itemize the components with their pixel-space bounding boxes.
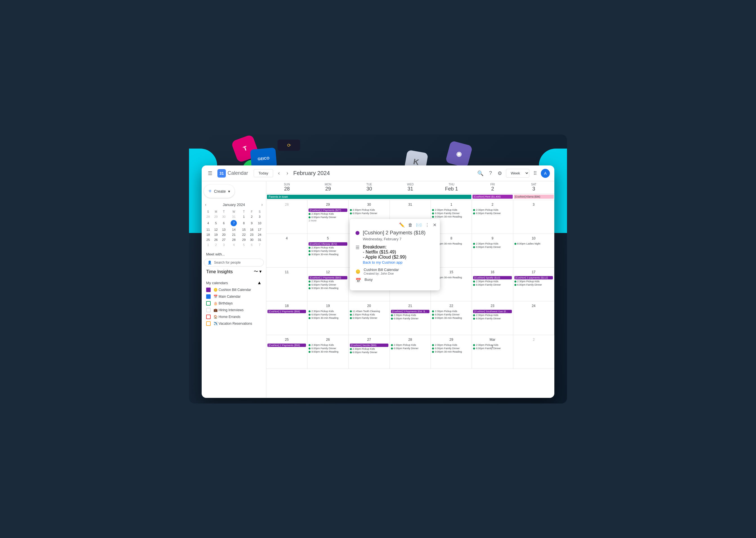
calendar-event[interactable]: [Cushion] 3 Payments (Est. $... xyxy=(391,310,429,313)
calendar-cell[interactable]: 23[Cushion] Southwest Gas (E...2:30pm Pi… xyxy=(472,301,513,335)
calendar-event[interactable]: 2:30pm Pickup Kids xyxy=(473,208,512,211)
calendar-event[interactable]: 6:00pm Family Dinner xyxy=(473,317,512,320)
calendar-event[interactable]: 6:00pm Family Dinner xyxy=(473,283,512,286)
calendar-cell[interactable]: 17[Cushion] 3 payments ($112)2:30pm Pick… xyxy=(513,268,554,301)
calendar-event[interactable]: 6:00pm Family Dinner xyxy=(432,313,471,316)
cell-date-number[interactable]: 9 xyxy=(489,235,496,242)
calendar-event[interactable]: [Cushion] Sezzle ($89) xyxy=(350,344,388,347)
view-mode-select[interactable]: Week Day Month Year xyxy=(506,169,529,178)
calendar-event[interactable]: 2:30pm Pickup Kids xyxy=(309,280,347,283)
cell-date-number[interactable]: 2 xyxy=(489,201,496,208)
calendar-cell[interactable]: 292:30pm Pickup Kids6:00pm Family Dinner… xyxy=(431,335,472,369)
calendar-event[interactable]: 2:30pm Pickup Kids xyxy=(309,344,347,347)
calendar-event[interactable]: 2:30pm Pickup Kids xyxy=(432,310,471,313)
calendar-event[interactable]: 2:30pm Pickup Kids xyxy=(514,280,553,283)
calendar-item[interactable]: 🪙 Cushion Bill Calendar xyxy=(204,287,264,293)
apps-button[interactable]: ⠿ xyxy=(531,169,538,178)
mini-cal-day[interactable]: 3 xyxy=(256,214,263,219)
calendar-event[interactable]: 6:00pm Family Dinner xyxy=(309,347,347,350)
mini-cal-day[interactable]: 2 xyxy=(212,242,220,247)
create-button[interactable]: + Create ▾ xyxy=(204,185,234,198)
mini-cal-day[interactable]: 29 xyxy=(212,214,220,219)
mini-cal-day[interactable]: 7 xyxy=(228,220,240,227)
cell-date-number[interactable]: 18 xyxy=(283,302,290,309)
mini-cal-day[interactable]: 26 xyxy=(212,238,220,242)
calendar-event[interactable]: 2:30pm Pickup Kids xyxy=(309,310,347,313)
next-month-button[interactable]: › xyxy=(285,169,290,177)
calendar-checkbox[interactable] xyxy=(206,294,211,299)
calendar-event[interactable]: 9:00pm 30-min Reading xyxy=(309,317,347,319)
calendar-event[interactable]: 2:30pm Pickup Kids xyxy=(309,212,347,215)
calendar-event[interactable]: [Cushion] 3 payments ($112) xyxy=(514,276,553,279)
mini-cal-day[interactable]: 8 xyxy=(240,220,247,227)
calendar-event[interactable]: [Cushion] Afterpay ($72) xyxy=(309,242,347,246)
calendar-event[interactable]: [Cushion] Southwest Gas (E... xyxy=(473,310,512,313)
mini-cal-day[interactable]: 23 xyxy=(248,233,255,237)
cell-date-number[interactable]: 3 xyxy=(530,201,537,208)
popup-edit-button[interactable]: ✏️ xyxy=(398,221,406,229)
calendar-item[interactable]: 📅 Main Calendar xyxy=(204,293,264,300)
calendar-cell[interactable]: 262:30pm Pickup Kids6:00pm Family Dinner… xyxy=(307,335,348,369)
calendar-event[interactable]: 2 more xyxy=(309,219,347,222)
cell-date-number[interactable]: 29 xyxy=(448,336,455,343)
cell-date-number[interactable]: 17 xyxy=(530,269,537,276)
mini-cal-day[interactable]: 29 xyxy=(240,238,247,242)
mini-cal-day[interactable]: 12 xyxy=(212,227,220,232)
calendar-event[interactable]: [Cushion] Spotify ($10) xyxy=(473,276,512,279)
calendar-item[interactable]: ✈️ Vacation Reservations xyxy=(204,320,264,327)
mini-cal-day[interactable]: 28 xyxy=(204,214,212,219)
mini-cal-day[interactable]: 1 xyxy=(204,242,212,247)
calendar-cell[interactable]: 29[Cushion] 2 Payments ($27)2:30pm Picku… xyxy=(307,200,348,234)
cell-date-number[interactable]: 16 xyxy=(489,269,496,276)
calendar-event[interactable]: [Cushion] 2 Payments ($27) xyxy=(309,208,347,212)
calendar-cell[interactable]: 18[Cushion] 2 Payments ($58) xyxy=(266,301,307,335)
cell-date-number[interactable]: 26 xyxy=(325,336,331,343)
calendar-cell[interactable]: 16[Cushion] Spotify ($10)2:30pm Pickup K… xyxy=(472,268,513,301)
calendar-event[interactable]: 9:00pm 30-min Reading xyxy=(309,350,347,353)
calendar-cell[interactable]: 2 xyxy=(513,335,554,369)
calendar-event[interactable]: 6:00pm Family Dinner xyxy=(473,246,512,248)
calendar-cell[interactable]: 3 xyxy=(513,200,554,234)
mini-cal-day[interactable]: 31 xyxy=(228,214,240,219)
calendar-event[interactable]: 6:00pm Family Dinner xyxy=(350,212,388,215)
cell-date-number[interactable]: 23 xyxy=(489,302,496,309)
calendar-event[interactable]: 6:00pm Family Dinner xyxy=(473,212,512,215)
calendar-event[interactable]: 2:30pm Pickup Kids xyxy=(432,344,471,347)
my-calendars-header[interactable]: My calendars ▲ xyxy=(204,279,264,287)
cell-date-number[interactable]: 31 xyxy=(407,201,414,208)
calendar-cell[interactable]: 108:00pm Ladies Night xyxy=(513,234,554,268)
all-day-event-parents-in-town[interactable]: Parents in town xyxy=(266,194,472,199)
calendar-checkbox[interactable] xyxy=(206,301,211,305)
cell-date-number[interactable]: 30 xyxy=(366,201,373,208)
calendar-cell[interactable]: 192:30pm Pickup Kids6:00pm Family Dinner… xyxy=(307,301,348,335)
cell-date-number[interactable]: 4 xyxy=(283,235,290,242)
calendar-event[interactable]: 2:30pm Pickup Kids xyxy=(391,314,429,317)
time-insights-row[interactable]: Time Insights 〜 ▾ xyxy=(204,266,264,277)
mini-cal-day[interactable]: 18 xyxy=(204,233,212,237)
calendar-cell[interactable]: 282:30pm Pickup Kids6:00pm Family Dinner xyxy=(390,335,431,369)
calendar-event[interactable]: 6:00pm Family Dinner xyxy=(432,212,471,215)
mini-cal-day[interactable]: 6 xyxy=(248,242,255,247)
calendar-cell[interactable]: 21[Cushion] 3 Payments (Est. $...2:30pm … xyxy=(390,301,431,335)
cell-date-number[interactable]: 19 xyxy=(325,302,331,309)
mini-cal-day[interactable]: 22 xyxy=(240,233,247,237)
calendar-cell[interactable]: 27[Cushion] Sezzle ($89)2:30pm Pickup Ki… xyxy=(349,335,390,369)
calendar-cell[interactable]: 5[Cushion] Afterpay ($72)2:30pm Pickup K… xyxy=(307,234,348,268)
help-button[interactable]: ? xyxy=(487,169,494,178)
mini-cal-day[interactable]: 4 xyxy=(228,242,240,247)
popup-cushion-link[interactable]: Back to my Cushion app xyxy=(363,260,402,264)
calendar-checkbox[interactable] xyxy=(206,315,211,319)
mini-cal-day[interactable]: 3 xyxy=(220,242,227,247)
calendar-event[interactable]: 2:30pm Pickup Kids xyxy=(473,344,512,347)
cell-date-number[interactable]: 28 xyxy=(283,201,290,208)
mini-cal-day[interactable]: 14 xyxy=(228,227,240,232)
all-day-event-rent[interactable]: [Cushion] Rent ($1,400) xyxy=(472,194,513,199)
popup-more-button[interactable]: ⋮ xyxy=(424,221,430,229)
cell-date-number[interactable]: 25 xyxy=(283,336,290,343)
calendar-event[interactable]: 6:00pm Family Dinner xyxy=(432,347,471,350)
calendar-cell[interactable]: 11 xyxy=(266,268,307,301)
menu-button[interactable]: ☰ xyxy=(206,169,214,178)
search-people-input[interactable]: 👤 Search for people xyxy=(204,259,264,266)
mini-cal-day[interactable]: 27 xyxy=(220,238,227,242)
mini-cal-day[interactable]: 6 xyxy=(220,220,227,227)
